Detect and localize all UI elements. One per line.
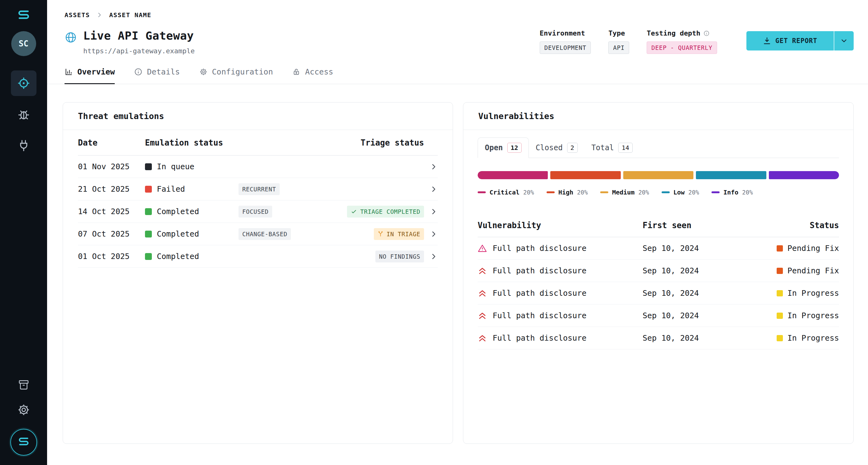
fork-icon xyxy=(378,231,383,237)
table-row[interactable]: Full path disclosure Sep 10, 2024 In Pro… xyxy=(478,282,839,304)
vulnerabilities-body: Open 12 Closed 2 Total 14 xyxy=(463,137,854,350)
first-seen: Sep 10, 2024 xyxy=(643,266,745,275)
threat-emulations-header: Threat emulations xyxy=(63,103,453,130)
tab-overview-label: Overview xyxy=(77,67,115,76)
main-content: ASSETS ASSET NAME Live API Gateway https… xyxy=(47,0,868,465)
tab-access[interactable]: Access xyxy=(292,67,333,84)
emulation-type-badge: FOCUSED xyxy=(239,206,272,218)
asset-meta: Environment DEVELOPMENT Type API Testing… xyxy=(540,29,854,54)
tab-access-label: Access xyxy=(305,67,333,76)
table-row[interactable]: 14 Oct 2025 Completed FOCUSED TRIAGE COM… xyxy=(78,200,438,223)
table-header-row: Vulnerability First seen Status xyxy=(478,213,839,237)
legend-swatch xyxy=(712,191,720,193)
legend-swatch xyxy=(478,191,486,193)
column-first-seen: First seen xyxy=(643,221,745,230)
total-count-badge: 14 xyxy=(618,143,632,153)
tab-details[interactable]: Details xyxy=(134,67,180,84)
column-triage-status: Triage status xyxy=(361,138,424,147)
table-row[interactable]: 21 Oct 2025 Failed RECURRENT xyxy=(78,178,438,200)
gear-icon xyxy=(17,403,30,417)
table-row[interactable]: Full path disclosure Sep 10, 2024 In Pro… xyxy=(478,304,839,327)
tab-configuration[interactable]: Configuration xyxy=(199,67,273,84)
legend-critical: Critical 20% xyxy=(478,189,534,196)
double-chevron-up-icon xyxy=(478,311,487,321)
app-logo-icon[interactable] xyxy=(16,8,31,23)
emulation-date: 21 Oct 2025 xyxy=(78,185,145,194)
sidebar-item-settings[interactable] xyxy=(17,403,30,417)
testing-depth-label: Testing depth xyxy=(647,29,700,37)
vulnerability-name: Full path disclosure xyxy=(493,244,586,253)
legend-info: Info 20% xyxy=(712,189,753,196)
triage-status-badge: IN TRIAGE xyxy=(374,228,424,240)
lock-icon xyxy=(292,68,301,76)
vuln-tab-open[interactable]: Open 12 xyxy=(478,137,529,158)
legend-swatch xyxy=(661,191,670,193)
first-seen: Sep 10, 2024 xyxy=(643,311,745,320)
vulnerabilities-card: Vulnerabilities Open 12 Closed 2 Total 1… xyxy=(463,102,854,444)
threat-emulations-card: Threat emulations Date Emulation status … xyxy=(63,102,453,444)
double-chevron-up-icon xyxy=(478,266,487,275)
type-label: Type xyxy=(608,29,629,37)
breadcrumb-assets[interactable]: ASSETS xyxy=(65,11,90,19)
status-square xyxy=(145,186,152,193)
tab-overview[interactable]: Overview xyxy=(65,67,115,84)
column-vulnerability: Vulnerability xyxy=(478,221,643,230)
bug-icon xyxy=(17,107,31,121)
chevron-right-icon xyxy=(430,207,438,216)
chart-icon xyxy=(65,68,73,76)
vulnerability-status: Pending Fix xyxy=(777,244,839,253)
table-row[interactable]: Full path disclosure Sep 10, 2024 In Pro… xyxy=(478,327,839,350)
asset-title-block: Live API Gateway https://api-gateway.exa… xyxy=(83,29,195,55)
column-date: Date xyxy=(78,138,145,147)
emulation-status: Completed xyxy=(145,207,239,216)
sidebar-item-target[interactable] xyxy=(11,70,36,96)
triage-status-badge: TRIAGE COMPLETED xyxy=(347,206,424,218)
vulnerabilities-header: Vulnerabilities xyxy=(463,103,854,130)
vulnerability-name: Full path disclosure xyxy=(493,333,586,342)
meta-type: Type API xyxy=(608,29,629,54)
asset-tabs: Overview Details Configuration Access xyxy=(47,67,868,84)
emulation-date: 14 Oct 2025 xyxy=(78,207,145,216)
chevron-right-icon xyxy=(96,11,103,19)
legend-low: Low 20% xyxy=(661,189,699,196)
table-row[interactable]: Full path disclosure Sep 10, 2024 Pendin… xyxy=(478,260,839,282)
info-icon[interactable] xyxy=(703,30,710,36)
table-row[interactable]: 07 Oct 2025 Completed CHANGE-BASED IN TR… xyxy=(78,223,438,245)
threat-emulations-title: Threat emulations xyxy=(78,111,164,121)
sidebar-item-plug[interactable] xyxy=(11,133,36,158)
report-dropdown-button[interactable] xyxy=(834,31,854,51)
vuln-tab-closed[interactable]: Closed 2 xyxy=(529,138,585,158)
table-row[interactable]: Full path disclosure Sep 10, 2024 Pendin… xyxy=(478,237,839,260)
plug-icon xyxy=(17,139,31,153)
double-chevron-up-icon xyxy=(478,289,487,298)
emulation-date: 01 Nov 2025 xyxy=(78,162,145,171)
get-report-button[interactable]: GET REPORT xyxy=(746,31,834,51)
page-title: Live API Gateway xyxy=(83,29,195,42)
severity-legend: Critical 20% High 20% Medium 20% xyxy=(478,189,839,196)
report-button-group: GET REPORT xyxy=(746,31,854,51)
table-row[interactable]: 01 Oct 2025 Completed NO FINDINGS xyxy=(78,245,438,268)
info-circle-icon xyxy=(134,68,143,76)
download-icon xyxy=(763,37,771,45)
breadcrumb-asset-name: ASSET NAME xyxy=(109,11,151,19)
legend-swatch xyxy=(600,191,608,193)
chevron-right-icon xyxy=(430,185,438,193)
sidebar-item-archive[interactable] xyxy=(18,378,30,391)
vuln-tab-total[interactable]: Total 14 xyxy=(585,138,640,158)
table-row[interactable]: 01 Nov 2025 In queue xyxy=(78,156,438,178)
asset-url[interactable]: https://api-gateway.example xyxy=(83,47,195,55)
severity-distribution-bar xyxy=(478,171,839,179)
sidebar-item-bug[interactable] xyxy=(11,102,36,127)
column-status: Status xyxy=(810,221,839,230)
avatar[interactable]: SC xyxy=(11,31,36,56)
emulation-date: 07 Oct 2025 xyxy=(78,229,145,238)
warning-triangle-icon xyxy=(478,244,487,253)
testing-depth-badge: DEEP - QUARTERLY xyxy=(647,41,717,54)
legend-medium: Medium 20% xyxy=(600,189,649,196)
status-square xyxy=(145,231,152,237)
environment-label: Environment xyxy=(540,29,591,37)
emulation-status: Failed xyxy=(145,185,239,194)
brand-logo-icon[interactable] xyxy=(10,429,37,456)
legend-high: High 20% xyxy=(547,189,588,196)
target-icon xyxy=(17,76,31,90)
